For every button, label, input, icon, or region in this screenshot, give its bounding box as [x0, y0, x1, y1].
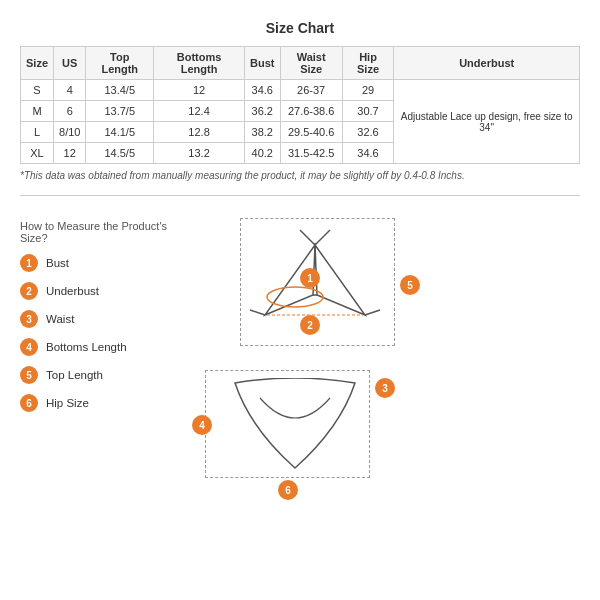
- measure-item-1: 1 Bust: [20, 254, 180, 272]
- table-row: L: [21, 122, 54, 143]
- measure-label-3: Waist: [46, 313, 74, 325]
- table-row: 34.6: [245, 80, 280, 101]
- measure-badge-6: 6: [20, 394, 38, 412]
- table-row: XL: [21, 143, 54, 164]
- table-row: 12.4: [154, 101, 245, 122]
- table-row: 34.6: [342, 143, 394, 164]
- col-bust: Bust: [245, 47, 280, 80]
- svg-line-3: [365, 310, 380, 315]
- table-row: 14.5/5: [86, 143, 154, 164]
- table-row: 38.2: [245, 122, 280, 143]
- measure-item-5: 5 Top Length: [20, 366, 180, 384]
- table-row: 32.6: [342, 122, 394, 143]
- diagram-number-4: 4: [192, 415, 212, 435]
- table-row: S: [21, 80, 54, 101]
- chart-title: Size Chart: [20, 20, 580, 36]
- col-underbust: Underbust: [394, 47, 580, 80]
- measure-list: How to Measure the Product's Size? 1 Bus…: [20, 210, 180, 500]
- section-divider: [20, 195, 580, 196]
- table-row: 26-37: [280, 80, 342, 101]
- diagram-area: 1 2 3 4 5 6: [190, 210, 580, 500]
- col-size: Size: [21, 47, 54, 80]
- table-row: 30.7: [342, 101, 394, 122]
- diagram-number-1: 1: [300, 268, 320, 288]
- diagram-number-5: 5: [400, 275, 420, 295]
- measure-badge-5: 5: [20, 366, 38, 384]
- table-row: 13.4/5: [86, 80, 154, 101]
- measure-label-6: Hip Size: [46, 397, 89, 409]
- svg-line-1: [315, 230, 330, 245]
- table-row: 4: [54, 80, 86, 101]
- svg-point-5: [267, 287, 323, 307]
- main-container: Size Chart Size US Top Length Bottoms Le…: [0, 0, 600, 510]
- table-row: 14.1/5: [86, 122, 154, 143]
- table-row: 29.5-40.6: [280, 122, 342, 143]
- measure-badge-4: 4: [20, 338, 38, 356]
- measure-item-6: 6 Hip Size: [20, 394, 180, 412]
- measure-item-4: 4 Bottoms Length: [20, 338, 180, 356]
- table-row: 8/10: [54, 122, 86, 143]
- underbust-cell: Adjustable Lace up design, free size to …: [394, 80, 580, 164]
- bikini-bottom-svg: [220, 378, 370, 478]
- table-row: 12: [54, 143, 86, 164]
- table-row: 27.6-38.6: [280, 101, 342, 122]
- table-row: 36.2: [245, 101, 280, 122]
- col-waist-size: Waist Size: [280, 47, 342, 80]
- measure-label-1: Bust: [46, 257, 69, 269]
- col-bottoms-length: Bottoms Length: [154, 47, 245, 80]
- diagram-number-3: 3: [375, 378, 395, 398]
- col-top-length: Top Length: [86, 47, 154, 80]
- chart-note: *This data was obtained from manually me…: [20, 170, 580, 181]
- measure-label-4: Bottoms Length: [46, 341, 127, 353]
- measure-badge-3: 3: [20, 310, 38, 328]
- table-row: 13.2: [154, 143, 245, 164]
- diagram-number-6: 6: [278, 480, 298, 500]
- table-row: 31.5-42.5: [280, 143, 342, 164]
- measure-label-2: Underbust: [46, 285, 99, 297]
- col-us: US: [54, 47, 86, 80]
- col-hip-size: Hip Size: [342, 47, 394, 80]
- measure-badge-2: 2: [20, 282, 38, 300]
- size-chart-table: Size US Top Length Bottoms Length Bust W…: [20, 46, 580, 164]
- diagram-number-2: 2: [300, 315, 320, 335]
- table-row: 29: [342, 80, 394, 101]
- svg-line-0: [300, 230, 315, 245]
- how-to-measure-title: How to Measure the Product's Size?: [20, 220, 180, 244]
- table-row: M: [21, 101, 54, 122]
- table-row: 6: [54, 101, 86, 122]
- measure-item-3: 3 Waist: [20, 310, 180, 328]
- measure-badge-1: 1: [20, 254, 38, 272]
- measure-section: How to Measure the Product's Size? 1 Bus…: [20, 210, 580, 500]
- table-row: 12.8: [154, 122, 245, 143]
- table-row: 13.7/5: [86, 101, 154, 122]
- table-row: 12: [154, 80, 245, 101]
- svg-line-2: [250, 310, 265, 315]
- table-row: 40.2: [245, 143, 280, 164]
- measure-item-2: 2 Underbust: [20, 282, 180, 300]
- measure-label-5: Top Length: [46, 369, 103, 381]
